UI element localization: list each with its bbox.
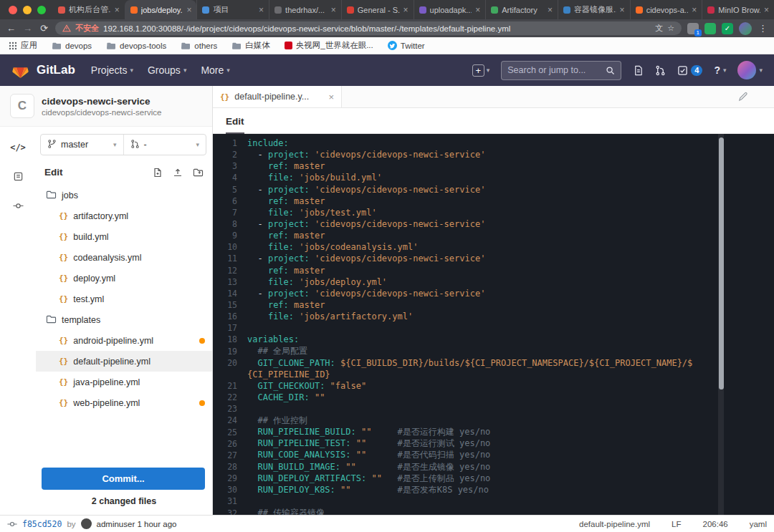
extension-icon[interactable] — [704, 23, 716, 34]
new-file-icon[interactable] — [153, 168, 163, 178]
status-line-ending[interactable]: LF — [672, 520, 681, 528]
tab-edit[interactable]: Edit — [226, 116, 244, 134]
browser-tab[interactable]: Artifactory× — [485, 0, 558, 19]
yaml-file-icon: {} — [59, 211, 68, 221]
browser-tab[interactable]: 容器镜像服...× — [558, 0, 630, 19]
modified-dot-badge — [199, 338, 205, 344]
tree-item-build-yml[interactable]: {}build.yml — [36, 226, 212, 247]
navbar-menu-groups[interactable]: Groups▾ — [148, 64, 186, 76]
bookmark-star-icon[interactable]: ☆ — [667, 24, 674, 32]
tree-item-artifactory-yml[interactable]: {}artifactory.yml — [36, 205, 212, 226]
browser-toolbar: ← → ⟳ 不安全 192.168.1.200:30088/-/ide/proj… — [0, 19, 774, 37]
edit-mode-icon[interactable]: </> — [10, 142, 26, 153]
merge-requests-icon[interactable] — [655, 65, 666, 76]
tab-close-icon[interactable]: × — [186, 6, 191, 14]
tab-close-icon[interactable]: × — [548, 6, 553, 14]
window-zoom-button[interactable] — [37, 6, 46, 14]
bookmark-item[interactable]: 应用 — [9, 40, 37, 51]
code-line: 5 - project: 'cidevops/cidevops-newci-se… — [213, 184, 774, 195]
browser-menu-icon[interactable]: ⋮ — [758, 24, 768, 33]
tab-close-icon[interactable]: × — [620, 6, 625, 14]
tree-item-codeanalysis-yml[interactable]: {}codeanalysis.yml — [36, 247, 212, 268]
bookmark-item[interactable]: Twitter — [388, 41, 425, 50]
upload-file-icon[interactable] — [173, 168, 183, 178]
user-menu[interactable]: ▾ — [737, 61, 763, 79]
edit-section: Edit — [36, 167, 212, 178]
code-text: - project: 'cidevops/cidevops-newci-serv… — [237, 150, 485, 160]
url-bar[interactable]: 不安全 192.168.1.200:30088/-/ide/project/ci… — [55, 21, 682, 35]
browser-tab[interactable]: General - S...× — [341, 0, 414, 19]
tree-item-jobs[interactable]: jobs — [36, 185, 212, 205]
window-close-button[interactable] — [9, 6, 17, 14]
gitlab-wordmark[interactable]: GitLab — [37, 63, 75, 77]
tab-close-icon[interactable]: × — [115, 6, 120, 14]
status-language[interactable]: yaml — [750, 520, 767, 528]
browser-tab[interactable]: thedrhax/...× — [269, 0, 341, 19]
bookmark-item[interactable]: devops — [52, 42, 92, 50]
tab-close-icon[interactable]: × — [331, 6, 336, 14]
project-path: cidevops/cidevops-newci-service — [42, 108, 161, 117]
tab-favicon — [563, 6, 570, 14]
commit-sha-link[interactable]: f85cd520 — [22, 519, 62, 529]
search-input[interactable] — [507, 65, 601, 75]
extension-icon[interactable]: ✓ — [722, 23, 733, 34]
bookmark-item[interactable]: others — [181, 42, 217, 50]
bookmark-label: 应用 — [21, 40, 37, 51]
line-number: 1 — [213, 138, 237, 148]
tab-close-icon[interactable]: × — [403, 6, 408, 14]
tab-close-icon[interactable]: × — [259, 6, 264, 14]
reload-button[interactable]: ⟳ — [39, 24, 49, 33]
browser-profile-avatar[interactable] — [739, 22, 752, 35]
tab-close-icon[interactable]: × — [328, 92, 334, 102]
translate-icon[interactable]: 文 — [655, 24, 663, 32]
tab-favicon — [58, 6, 65, 14]
commit-mode-icon[interactable] — [13, 200, 24, 211]
code-text: RUN_PIPELINE_BUILD: "" #是否运行构建 yes/no — [237, 426, 490, 438]
tree-item-deploy-yml[interactable]: {}deploy.yml — [36, 268, 212, 289]
new-menu-button[interactable]: +▾ — [472, 64, 490, 77]
browser-tab[interactable]: 项目× — [196, 0, 269, 19]
tree-item-java-pipeline-yml[interactable]: {}java-pipeline.yml — [36, 372, 212, 392]
status-cursor-position[interactable]: 206:46 — [703, 520, 728, 528]
bookmark-item[interactable]: 白媒体 — [231, 40, 270, 51]
browser-tab[interactable]: cidevops-a...× — [630, 0, 702, 19]
page-action-icon[interactable] — [737, 92, 748, 102]
tab-title: thedrhax/... — [285, 6, 328, 14]
new-folder-icon[interactable] — [193, 168, 204, 178]
window-minimize-button[interactable] — [23, 6, 32, 14]
tree-item-test-yml[interactable]: {}test.yml — [36, 289, 212, 309]
branch-selector[interactable]: master ▾ — [41, 135, 123, 155]
line-number: 32 — [213, 508, 237, 515]
navbar-menu-more[interactable]: More▾ — [201, 64, 229, 76]
tab-close-icon[interactable]: × — [764, 6, 769, 14]
browser-tab[interactable]: jobs/deploy...× — [125, 0, 197, 19]
bookmark-item[interactable]: 央视网_世界就在眼... — [285, 40, 373, 51]
bookmark-item[interactable]: devops-tools — [106, 42, 166, 50]
tree-item-templates[interactable]: templates — [36, 309, 212, 330]
tree-item-web-pipeline-yml[interactable]: {}web-pipeline.yml — [36, 392, 212, 413]
search-box[interactable] — [501, 61, 621, 80]
back-button[interactable]: ← — [6, 24, 16, 33]
browser-tab[interactable]: MinIO Brow...× — [702, 0, 774, 19]
tree-item-android-pipeline-yml[interactable]: {}android-pipeline.yml — [36, 330, 212, 351]
merge-target-selector[interactable]: - ▾ — [123, 135, 206, 155]
review-mode-icon[interactable] — [13, 171, 24, 182]
extension-icon[interactable]: 1 — [687, 23, 699, 34]
tab-close-icon[interactable]: × — [692, 6, 697, 14]
yaml-file-icon: {} — [59, 377, 68, 387]
navbar-menu-projects[interactable]: Projects▾ — [91, 64, 133, 76]
todos-button[interactable]: 4 — [677, 65, 702, 76]
forward-button[interactable]: → — [22, 24, 33, 33]
gitlab-logo[interactable] — [11, 62, 29, 79]
code-editor[interactable]: 1include:2 - project: 'cidevops/cidevops… — [213, 134, 774, 515]
commit-button[interactable]: Commit... — [42, 468, 205, 490]
browser-tab[interactable]: 机构后台管...× — [53, 0, 125, 19]
help-menu[interactable]: ?▾ — [714, 64, 726, 76]
issues-icon[interactable] — [633, 65, 644, 76]
tab-close-icon[interactable]: × — [475, 6, 480, 14]
editor-scrollbar[interactable] — [719, 137, 724, 390]
tree-item-default-pipeline-yml[interactable]: {}default-pipeline.yml — [36, 351, 212, 372]
browser-tab[interactable]: uploadapk...× — [414, 0, 486, 19]
editor-tab[interactable]: {} default-pipeline.y... × — [213, 86, 342, 107]
tree-item-label: codeanalysis.yml — [73, 253, 141, 263]
